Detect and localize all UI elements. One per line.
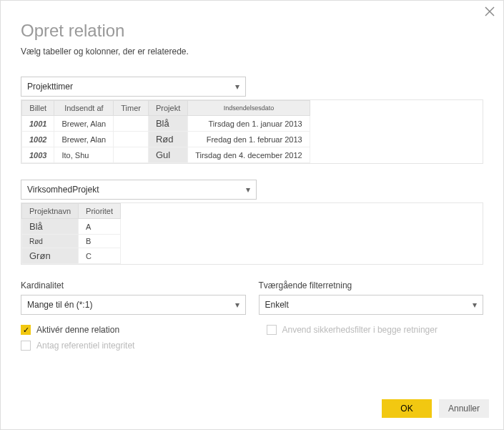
cell bbox=[114, 147, 149, 163]
referential-integrity-checkbox: Antag referentiel integritet bbox=[21, 341, 238, 351]
col-header[interactable]: Projektnavn bbox=[22, 204, 79, 219]
cell: 1003 bbox=[22, 147, 54, 163]
table-row: Grøn C bbox=[22, 248, 121, 264]
table-row: 1002 Brewer, Alan Rød Fredag den 1. febr… bbox=[22, 132, 310, 147]
cell: Ito, Shu bbox=[54, 147, 114, 163]
crossfilter-value: Enkelt bbox=[265, 300, 289, 310]
cell: Grøn bbox=[22, 248, 79, 264]
cardinality-select[interactable]: Mange til én (*:1) ▾ bbox=[21, 295, 246, 315]
table2-select-value: VirksomhedProjekt bbox=[27, 185, 99, 195]
table1-select[interactable]: Projekttimer ▾ bbox=[21, 77, 246, 97]
activate-relationship-label: Aktivér denne relation bbox=[36, 325, 119, 335]
cardinality-value: Mange til én (*:1) bbox=[27, 300, 92, 310]
cell: Tirsdag den 1. januar 2013 bbox=[188, 116, 310, 132]
table-row: Blå A bbox=[22, 219, 121, 235]
checkmark-icon: ✓ bbox=[21, 325, 31, 335]
chevron-down-icon: ▾ bbox=[235, 82, 239, 92]
col-header[interactable]: Indsendt af bbox=[54, 101, 114, 116]
table-header-row: Projektnavn Prioritet bbox=[22, 204, 121, 219]
crossfilter-select[interactable]: Enkelt ▾ bbox=[259, 295, 484, 315]
col-header[interactable]: Indsendelsesdato bbox=[188, 101, 310, 116]
cell: Gul bbox=[148, 147, 187, 163]
cell: C bbox=[79, 248, 121, 264]
cell: B bbox=[79, 235, 121, 248]
chevron-down-icon: ▾ bbox=[235, 300, 239, 310]
security-filter-label: Anvend sikkerhedsfilter i begge retninge… bbox=[282, 325, 438, 335]
col-header[interactable]: Timer bbox=[114, 101, 149, 116]
referential-integrity-label: Antag referentiel integritet bbox=[36, 341, 134, 351]
dialog-title: Opret relation bbox=[21, 21, 483, 41]
cell: A bbox=[79, 219, 121, 235]
cell bbox=[114, 116, 149, 132]
activate-relationship-checkbox[interactable]: ✓ Aktivér denne relation bbox=[21, 325, 238, 335]
table1-preview: Billet Indsendt af Timer Projekt Indsend… bbox=[21, 99, 483, 164]
cell: Fredag den 1. februar 2013 bbox=[188, 132, 310, 147]
table2-preview: Projektnavn Prioritet Blå A Rød B Grøn C bbox=[21, 202, 483, 265]
ok-button[interactable]: OK bbox=[382, 399, 432, 418]
crossfilter-label: Tværgående filterretning bbox=[259, 280, 484, 290]
cell: Rød bbox=[148, 132, 187, 147]
cell: 1002 bbox=[22, 132, 54, 147]
table-row: Rød B bbox=[22, 235, 121, 248]
cell bbox=[114, 132, 149, 147]
close-icon[interactable] bbox=[485, 6, 496, 18]
chevron-down-icon: ▾ bbox=[246, 185, 250, 195]
cell: Tirsdag den 4. december 2012 bbox=[188, 147, 310, 163]
cell: Blå bbox=[148, 116, 187, 132]
table2-select[interactable]: VirksomhedProjekt ▾ bbox=[21, 180, 257, 200]
cell: Blå bbox=[22, 219, 79, 235]
col-header[interactable]: Prioritet bbox=[79, 204, 121, 219]
col-header[interactable]: Billet bbox=[22, 101, 54, 116]
checkbox-icon bbox=[21, 341, 31, 351]
cell: Brewer, Alan bbox=[54, 116, 114, 132]
checkbox-icon bbox=[267, 325, 277, 335]
table-row: 1001 Brewer, Alan Blå Tirsdag den 1. jan… bbox=[22, 116, 310, 132]
cell: Brewer, Alan bbox=[54, 132, 114, 147]
table-row: 1003 Ito, Shu Gul Tirsdag den 4. decembe… bbox=[22, 147, 310, 163]
table-header-row: Billet Indsendt af Timer Projekt Indsend… bbox=[22, 101, 310, 116]
col-header[interactable]: Projekt bbox=[148, 101, 187, 116]
table1-select-value: Projekttimer bbox=[27, 82, 73, 92]
cell: 1001 bbox=[22, 116, 54, 132]
create-relationship-dialog: Opret relation Vælg tabeller og kolonner… bbox=[0, 0, 504, 430]
security-filter-checkbox: Anvend sikkerhedsfilter i begge retninge… bbox=[267, 325, 484, 335]
cancel-button[interactable]: Annuller bbox=[439, 399, 489, 418]
cardinality-label: Kardinalitet bbox=[21, 280, 246, 290]
dialog-subtitle: Vælg tabeller og kolonner, der er relate… bbox=[21, 47, 483, 57]
cell: Rød bbox=[22, 235, 79, 248]
chevron-down-icon: ▾ bbox=[473, 300, 477, 310]
